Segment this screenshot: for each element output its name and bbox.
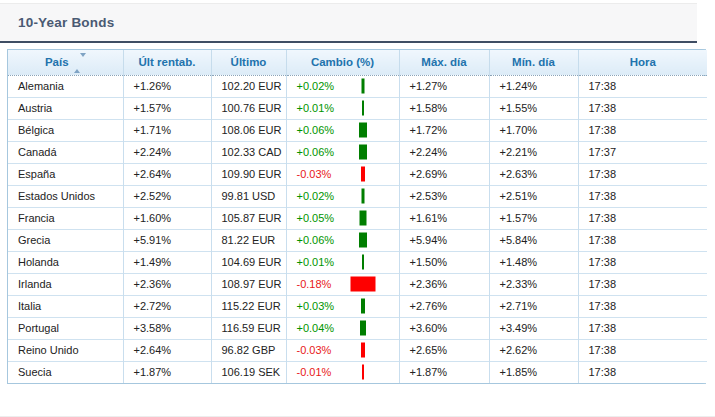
cell-cambio: -0.03% (286, 163, 399, 185)
column-header-hora[interactable]: Hora (578, 50, 707, 75)
cell-ultimo: 96.82 GBP (211, 339, 286, 361)
column-header-pais[interactable]: País (8, 50, 123, 75)
change-bar (361, 79, 364, 94)
table-row[interactable]: Portugal +3.58% 116.59 EUR +0.04% +3.60%… (8, 317, 707, 339)
table-row[interactable]: Grecia +5.91% 81.22 EUR +0.06% +5.94% +5… (8, 229, 707, 251)
change-bar (361, 189, 364, 204)
cell-pais: Reino Unido (8, 339, 123, 361)
change-bar (350, 277, 375, 292)
cell-ultimo: 115.22 EUR (211, 295, 286, 317)
cell-ult-rentab: +5.91% (123, 229, 211, 251)
sort-up-arrow-icon (74, 57, 80, 73)
cell-min-dia: +5.84% (489, 229, 578, 251)
change-bar (359, 233, 367, 248)
cell-max-dia: +1.87% (399, 361, 489, 383)
column-header-min-dia[interactable]: Mín. día (489, 50, 578, 75)
change-bar (361, 343, 365, 358)
change-bar (360, 321, 366, 336)
cell-pais: Francia (8, 207, 123, 229)
cell-cambio-value: +0.04% (297, 322, 335, 334)
cell-min-dia: +2.63% (489, 163, 578, 185)
sort-icon[interactable] (74, 57, 86, 69)
cell-max-dia: +2.24% (399, 141, 489, 163)
cell-cambio-value: +0.06% (297, 146, 335, 158)
table-row[interactable]: Suecia +1.87% 106.19 SEK -0.01% +1.87% +… (8, 361, 707, 383)
cell-cambio-value: +0.05% (297, 212, 335, 224)
cell-min-dia: +1.24% (489, 75, 578, 97)
change-bar (362, 101, 364, 116)
cell-ult-rentab: +2.52% (123, 185, 211, 207)
cell-hora: 17:38 (578, 207, 707, 229)
cell-cambio-value: -0.03% (297, 344, 332, 356)
cell-max-dia: +1.27% (399, 75, 489, 97)
cell-ultimo: 106.19 SEK (211, 361, 286, 383)
cell-max-dia: +1.50% (399, 251, 489, 273)
cell-hora: 17:37 (578, 141, 707, 163)
cell-ult-rentab: +1.49% (123, 251, 211, 273)
table-row[interactable]: Holanda +1.49% 104.69 EUR +0.01% +1.50% … (8, 251, 707, 273)
column-header-ultimo[interactable]: Último (211, 50, 286, 75)
bonds-table: País Últ rentab. Último Cambio (%) Máx. … (7, 49, 706, 384)
cell-pais: Irlanda (8, 273, 123, 295)
header-row: País Últ rentab. Último Cambio (%) Máx. … (8, 50, 707, 75)
change-bar (359, 211, 366, 226)
cell-cambio: +0.02% (286, 75, 399, 97)
cell-cambio-value: +0.06% (297, 124, 335, 136)
cell-hora: 17:38 (578, 273, 707, 295)
cell-ultimo: 109.90 EUR (211, 163, 286, 185)
cell-cambio: +0.04% (286, 317, 399, 339)
cell-cambio-value: +0.02% (297, 190, 335, 202)
cell-hora: 17:38 (578, 185, 707, 207)
cell-ult-rentab: +2.72% (123, 295, 211, 317)
cell-hora: 17:38 (578, 229, 707, 251)
widget-header: 10-Year Bonds (0, 3, 697, 43)
cell-max-dia: +2.69% (399, 163, 489, 185)
cell-cambio-value: -0.18% (297, 278, 332, 290)
table-row[interactable]: Canadá +2.24% 102.33 CAD +0.06% +2.24% +… (8, 141, 707, 163)
cell-ultimo: 104.69 EUR (211, 251, 286, 273)
table-row[interactable]: Reino Unido +2.64% 96.82 GBP -0.03% +2.6… (8, 339, 707, 361)
column-header-cambio[interactable]: Cambio (%) (286, 50, 399, 75)
cell-max-dia: +1.72% (399, 119, 489, 141)
page-title: 10-Year Bonds (18, 15, 114, 30)
table-row[interactable]: España +2.64% 109.90 EUR -0.03% +2.69% +… (8, 163, 707, 185)
cell-pais: Italia (8, 295, 123, 317)
cell-min-dia: +1.85% (489, 361, 578, 383)
table-row[interactable]: Alemania +1.26% 102.20 EUR +0.02% +1.27%… (8, 75, 707, 97)
cell-ult-rentab: +1.60% (123, 207, 211, 229)
cell-cambio-value: +0.02% (297, 80, 335, 92)
cell-ultimo: 105.87 EUR (211, 207, 286, 229)
change-bar (362, 365, 364, 380)
cell-min-dia: +1.70% (489, 119, 578, 141)
cell-min-dia: +1.55% (489, 97, 578, 119)
column-header-max-dia[interactable]: Máx. día (399, 50, 489, 75)
cell-hora: 17:38 (578, 251, 707, 273)
cell-cambio: -0.03% (286, 339, 399, 361)
table-row[interactable]: Irlanda +2.36% 108.97 EUR -0.18% +2.36% … (8, 273, 707, 295)
cell-min-dia: +2.21% (489, 141, 578, 163)
cell-cambio: -0.18% (286, 273, 399, 295)
cell-max-dia: +2.76% (399, 295, 489, 317)
cell-ult-rentab: +2.36% (123, 273, 211, 295)
cell-pais: Bélgica (8, 119, 123, 141)
table-row[interactable]: Bélgica +1.71% 108.06 EUR +0.06% +1.72% … (8, 119, 707, 141)
table-row[interactable]: Italia +2.72% 115.22 EUR +0.03% +2.76% +… (8, 295, 707, 317)
cell-ultimo: 102.33 CAD (211, 141, 286, 163)
cell-cambio: +0.06% (286, 141, 399, 163)
cell-ult-rentab: +3.58% (123, 317, 211, 339)
column-header-ult-rentab[interactable]: Últ rentab. (123, 50, 211, 75)
cell-max-dia: +1.61% (399, 207, 489, 229)
cell-min-dia: +1.48% (489, 251, 578, 273)
cell-ultimo: 102.20 EUR (211, 75, 286, 97)
cell-min-dia: +2.71% (489, 295, 578, 317)
table-row[interactable]: Austria +1.57% 100.76 EUR +0.01% +1.58% … (8, 97, 707, 119)
cell-cambio: +0.03% (286, 295, 399, 317)
cell-hora: 17:38 (578, 163, 707, 185)
cell-ultimo: 81.22 EUR (211, 229, 286, 251)
table-row[interactable]: Estados Unidos +2.52% 99.81 USD +0.02% +… (8, 185, 707, 207)
cell-max-dia: +3.60% (399, 317, 489, 339)
cell-cambio-value: +0.01% (297, 102, 335, 114)
cell-ultimo: 99.81 USD (211, 185, 286, 207)
table-row[interactable]: Francia +1.60% 105.87 EUR +0.05% +1.61% … (8, 207, 707, 229)
cell-min-dia: +3.49% (489, 317, 578, 339)
